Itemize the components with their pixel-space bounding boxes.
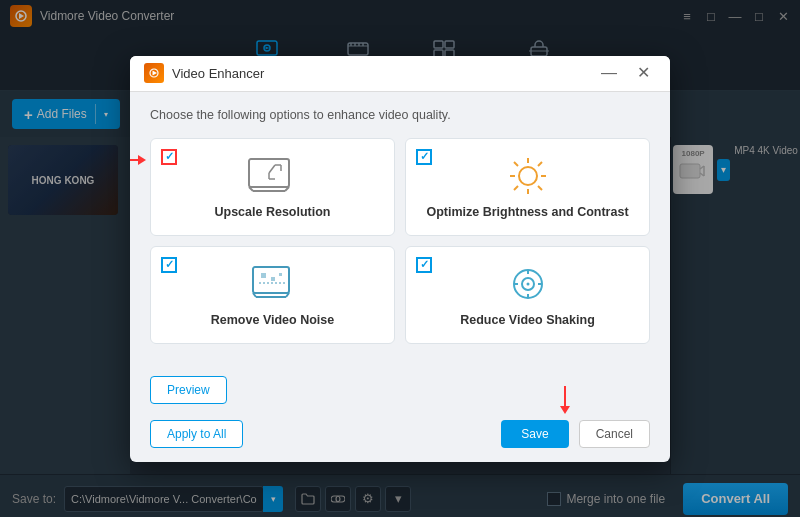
brightness-checkbox[interactable] — [416, 149, 432, 165]
svg-point-32 — [519, 167, 537, 185]
option-shake[interactable]: Reduce Video Shaking — [405, 246, 650, 344]
shake-checkbox[interactable] — [416, 257, 432, 273]
dialog-subtitle: Choose the following options to enhance … — [150, 108, 650, 122]
svg-rect-46 — [271, 277, 275, 281]
upscale-label: Upscale Resolution — [215, 205, 331, 219]
noise-icon — [245, 263, 301, 305]
dialog-footer: Apply to All Save Cancel — [130, 412, 670, 462]
noise-label: Remove Video Noise — [211, 313, 334, 327]
dialog-title: Video Enhancer — [172, 66, 587, 81]
dialog-body: Choose the following options to enhance … — [130, 92, 670, 376]
svg-line-39 — [538, 162, 542, 166]
cancel-button[interactable]: Cancel — [579, 420, 650, 448]
upscale-checkbox[interactable] — [161, 149, 177, 165]
noise-checkbox[interactable] — [161, 257, 177, 273]
svg-marker-22 — [153, 71, 158, 76]
dialog-logo — [144, 63, 164, 83]
svg-line-38 — [538, 186, 542, 190]
svg-rect-47 — [279, 273, 282, 276]
brightness-label: Optimize Brightness and Contrast — [426, 205, 628, 219]
svg-line-40 — [514, 186, 518, 190]
save-arrow-container — [560, 386, 570, 414]
option-brightness[interactable]: Optimize Brightness and Contrast — [405, 138, 650, 236]
dialog-close-btn[interactable]: ✕ — [631, 63, 656, 83]
brightness-icon — [500, 155, 556, 197]
svg-line-31 — [269, 165, 275, 173]
options-grid: Upscale Resolution — [150, 138, 650, 344]
svg-line-37 — [514, 162, 518, 166]
option-noise[interactable]: Remove Video Noise — [150, 246, 395, 344]
shake-icon — [500, 263, 556, 305]
dialog-overlay: Video Enhancer — ✕ Choose the following … — [0, 0, 800, 517]
dialog-footer-preview: Preview — [130, 376, 670, 412]
dialog-minimize-btn[interactable]: — — [595, 63, 623, 83]
apply-all-button[interactable]: Apply to All — [150, 420, 243, 448]
arrow-indicator — [130, 155, 146, 165]
svg-point-51 — [526, 282, 529, 285]
video-enhancer-dialog: Video Enhancer — ✕ Choose the following … — [130, 56, 670, 462]
shake-label: Reduce Video Shaking — [460, 313, 595, 327]
option-upscale[interactable]: Upscale Resolution — [150, 138, 395, 236]
dialog-title-bar: Video Enhancer — ✕ — [130, 56, 670, 92]
upscale-icon — [245, 155, 301, 197]
svg-rect-45 — [261, 273, 266, 278]
preview-button[interactable]: Preview — [150, 376, 227, 404]
footer-right-buttons: Save Cancel — [501, 420, 650, 448]
save-button[interactable]: Save — [501, 420, 568, 448]
